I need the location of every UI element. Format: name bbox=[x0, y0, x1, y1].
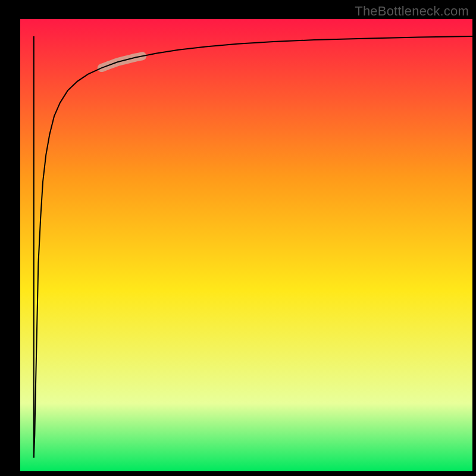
watermark-text: TheBottleneck.com bbox=[355, 4, 469, 19]
chart-frame: TheBottleneck.com bbox=[0, 0, 476, 476]
chart-svg bbox=[20, 19, 472, 471]
gradient-background bbox=[20, 19, 472, 471]
plot-area bbox=[20, 19, 472, 471]
